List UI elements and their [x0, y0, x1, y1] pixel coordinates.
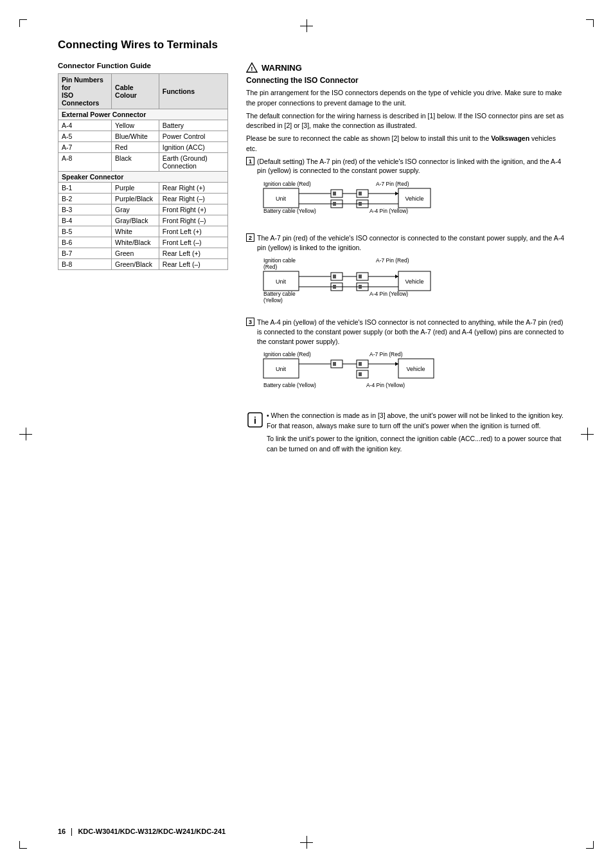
function-cell: Rear Right (–): [159, 194, 227, 204]
warning-triangle-icon: !: [246, 62, 258, 73]
table-row: A-8BlackEarth (Ground) Connection: [58, 153, 228, 172]
numbered-item-text: The A-7 pin (red) of the vehicle's ISO c…: [257, 233, 568, 252]
num-badge-3: 3: [246, 318, 254, 326]
svg-rect-55: [359, 362, 362, 366]
svg-text:Battery cable (Yellow): Battery cable (Yellow): [263, 208, 316, 214]
note-bullet: • When the connection is made as in [3] …: [267, 411, 568, 431]
numbered-item: 2The A-7 pin (red) of the vehicle's ISO …: [246, 233, 568, 311]
number-badge: 1: [246, 157, 254, 227]
warning-subheading: Connecting the ISO Connector: [246, 76, 568, 85]
footer-page-number: 16: [58, 827, 66, 835]
number-badge: 3: [246, 318, 254, 402]
svg-text:A-4 Pin (Yellow): A-4 Pin (Yellow): [369, 291, 408, 297]
wiring-diagram-2: Ignition cable (Red) A-7 Pin (Red) Unit …: [257, 256, 568, 307]
table-row: A-4YellowBattery: [58, 120, 228, 131]
table-row: A-7RedIgnition (ACC): [58, 142, 228, 153]
function-cell: Front Right (+): [159, 204, 227, 215]
pin-cell: B-8: [58, 259, 112, 270]
colour-cell: White: [112, 226, 159, 237]
crosshair-top: [300, 19, 313, 32]
svg-rect-32: [357, 273, 368, 280]
svg-text:Unit: Unit: [276, 366, 287, 372]
svg-text:Vehicle: Vehicle: [405, 278, 423, 285]
svg-rect-8: [333, 192, 336, 195]
crosshair-middle-right: [581, 428, 594, 440]
function-cell: Rear Left (+): [159, 248, 227, 259]
svg-text:Ignition cable (Red): Ignition cable (Red): [263, 181, 311, 187]
function-cell: Power Control: [159, 131, 227, 142]
pin-cell: B-6: [58, 237, 112, 248]
svg-rect-11: [359, 192, 362, 195]
colour-cell: Gray/Black: [112, 215, 159, 226]
table-row: B-3GrayFront Right (+): [58, 204, 228, 215]
function-cell: Front Left (–): [159, 237, 227, 248]
connector-table: Pin Numbers forISO Connectors Cable Colo…: [58, 73, 228, 270]
svg-marker-35: [395, 275, 398, 278]
corner-mark-tl: [19, 19, 32, 32]
svg-rect-42: [359, 285, 362, 289]
svg-text:Vehicle: Vehicle: [406, 366, 425, 372]
num-badge-1: 1: [246, 157, 254, 165]
table-row: B-6White/BlackFront Left (–): [58, 237, 228, 248]
left-column: Connector Function Guide Pin Numbers for…: [58, 62, 228, 457]
function-cell: Rear Left (–): [159, 259, 227, 270]
pin-cell: B-3: [58, 204, 112, 215]
pin-cell: A-4: [58, 120, 112, 131]
col-header-functions: Functions: [159, 74, 227, 109]
svg-rect-60: [357, 370, 368, 378]
svg-rect-51: [331, 360, 342, 368]
colour-cell: Purple/Black: [112, 194, 159, 204]
corner-mark-br: [581, 836, 594, 849]
svg-rect-61: [359, 372, 362, 376]
colour-cell: Green/Black: [112, 259, 159, 270]
col-header-pin: Pin Numbers forISO Connectors: [58, 74, 112, 109]
colour-cell: Purple: [112, 183, 159, 194]
table-row: B-5WhiteFront Left (+): [58, 226, 228, 237]
number-badge: 2: [246, 233, 254, 311]
numbered-item-content: (Default setting) The A-7 pin (red) of t…: [257, 157, 568, 227]
num-badge-2: 2: [246, 233, 254, 242]
table-row: B-7GreenRear Left (+): [58, 248, 228, 259]
connector-guide-heading: Connector Function Guide: [58, 62, 228, 69]
svg-text:Battery cable (Yellow): Battery cable (Yellow): [263, 382, 316, 388]
note-content: • When the connection is made as in [3] …: [267, 411, 568, 457]
table-row: B-1PurpleRear Right (+): [58, 183, 228, 194]
svg-text:Ignition cable: Ignition cable: [263, 257, 296, 264]
table-row: A-5Blue/WhitePower Control: [58, 131, 228, 142]
function-cell: Ignition (ACC): [159, 142, 227, 153]
warning-label: WARNING: [262, 63, 302, 73]
svg-text:Unit: Unit: [276, 195, 287, 202]
warning-paragraphs: The pin arrangement for the ISO connecto…: [246, 88, 568, 154]
colour-cell: Gray: [112, 204, 159, 215]
colour-cell: Red: [112, 142, 159, 153]
content-columns: Connector Function Guide Pin Numbers for…: [58, 62, 568, 457]
warning-paragraph: The default connection for the wiring ha…: [246, 111, 568, 132]
note-box: i • When the connection is made as in [3…: [246, 411, 568, 457]
svg-marker-13: [395, 192, 398, 195]
svg-rect-29: [331, 273, 342, 280]
page: Connecting Wires to Terminals Connector …: [0, 0, 613, 868]
svg-text:A-4 Pin (Yellow): A-4 Pin (Yellow): [369, 208, 408, 214]
svg-rect-22: [359, 202, 362, 206]
svg-text:(Red): (Red): [263, 264, 277, 270]
group-name: Speaker Connector: [58, 172, 228, 183]
colour-cell: White/Black: [112, 237, 159, 248]
svg-rect-10: [357, 190, 368, 197]
warning-paragraph: The pin arrangement for the ISO connecto…: [246, 88, 568, 109]
function-cell: Front Left (+): [159, 226, 227, 237]
function-cell: Earth (Ground) Connection: [159, 153, 227, 172]
table-row: B-8Green/BlackRear Left (–): [58, 259, 228, 270]
colour-cell: Black: [112, 153, 159, 172]
svg-marker-57: [395, 362, 398, 366]
wiring-diagram-1: Ignition cable (Red) A-7 Pin (Red) Unit …: [257, 179, 568, 223]
colour-cell: Green: [112, 248, 159, 259]
pin-cell: B-2: [58, 194, 112, 204]
pin-cell: A-5: [58, 131, 112, 142]
numbered-item: 1(Default setting) The A-7 pin (red) of …: [246, 157, 568, 227]
group-name: External Power Connector: [58, 109, 228, 120]
pin-cell: A-8: [58, 153, 112, 172]
svg-rect-40: [333, 285, 336, 289]
svg-rect-7: [331, 190, 342, 197]
svg-text:A-7 Pin (Red): A-7 Pin (Red): [376, 181, 409, 187]
warning-paragraph: Please be sure to reconnect the cable as…: [246, 134, 568, 154]
